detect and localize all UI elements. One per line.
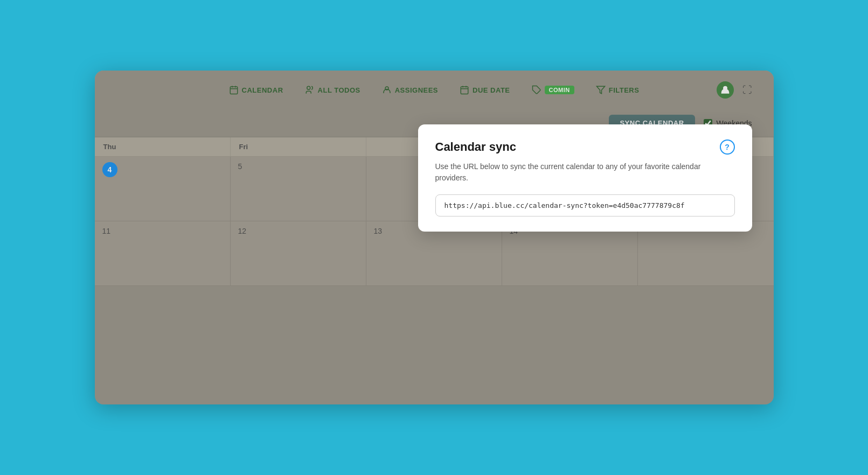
modal-header: Calendar sync ? — [435, 139, 735, 155]
modal-description: Use the URL below to sync the current ca… — [435, 161, 735, 184]
calendar-sync-modal: Calendar sync ? Use the URL below to syn… — [418, 124, 752, 232]
app-window: CALENDAR ALL TODOS ASSIGNEES DUE DATE — [95, 71, 774, 404]
modal-title: Calendar sync — [435, 140, 516, 154]
modal-overlay: Calendar sync ? Use the URL below to syn… — [95, 71, 774, 404]
sync-url-input[interactable] — [435, 194, 735, 216]
help-icon[interactable]: ? — [720, 139, 735, 155]
